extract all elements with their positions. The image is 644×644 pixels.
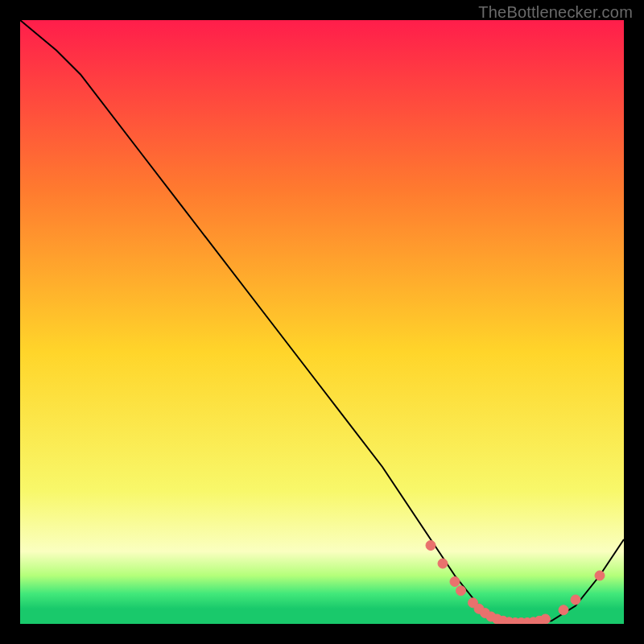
marker-point: [450, 577, 460, 587]
chart-svg: [20, 20, 624, 624]
marker-point: [438, 559, 448, 568]
chart-stage: TheBottlenecker.com: [0, 0, 644, 644]
plot-area: [20, 20, 624, 624]
watermark-text: TheBottlenecker.com: [478, 3, 633, 22]
marker-point: [595, 571, 605, 580]
marker-point: [541, 614, 551, 624]
marker-point: [426, 541, 436, 551]
marker-point: [571, 595, 580, 605]
marker-point: [559, 605, 568, 615]
marker-point: [456, 586, 466, 596]
gradient-background: [20, 20, 624, 624]
